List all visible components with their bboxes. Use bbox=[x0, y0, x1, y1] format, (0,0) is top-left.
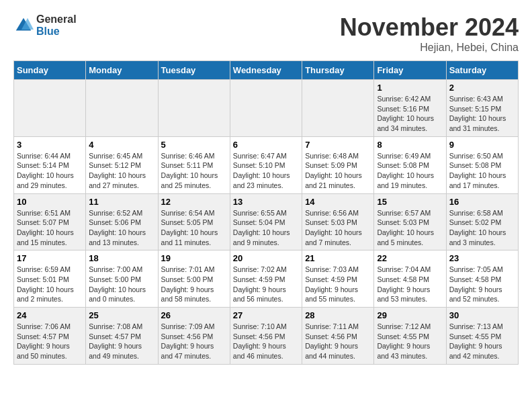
day-number: 27 bbox=[233, 310, 299, 320]
day-number: 10 bbox=[17, 197, 83, 207]
day-number: 4 bbox=[89, 140, 154, 150]
header-saturday: Saturday bbox=[446, 61, 518, 80]
day-info: Sunrise: 6:47 AMSunset: 5:10 PMDaylight:… bbox=[233, 151, 299, 191]
calendar-cell: 1Sunrise: 6:42 AMSunset: 5:16 PMDaylight… bbox=[374, 80, 446, 137]
calendar-cell: 19Sunrise: 7:01 AMSunset: 5:00 PMDayligh… bbox=[158, 250, 230, 308]
weekday-header-row: Sunday Monday Tuesday Wednesday Thursday… bbox=[14, 61, 519, 80]
logo-blue: Blue bbox=[36, 26, 77, 38]
calendar-cell: 14Sunrise: 6:56 AMSunset: 5:03 PMDayligh… bbox=[302, 193, 374, 250]
day-info: Sunrise: 7:06 AMSunset: 4:57 PMDaylight:… bbox=[17, 322, 83, 361]
calendar-week-row: 3Sunrise: 6:44 AMSunset: 5:14 PMDaylight… bbox=[14, 136, 519, 193]
day-number: 23 bbox=[449, 253, 515, 263]
calendar-cell: 9Sunrise: 6:50 AMSunset: 5:08 PMDaylight… bbox=[446, 136, 518, 193]
header-tuesday: Tuesday bbox=[158, 61, 230, 80]
day-info: Sunrise: 6:52 AMSunset: 5:06 PMDaylight:… bbox=[89, 208, 154, 248]
day-info: Sunrise: 7:04 AMSunset: 4:58 PMDaylight:… bbox=[377, 265, 443, 304]
calendar-cell: 12Sunrise: 6:54 AMSunset: 5:05 PMDayligh… bbox=[158, 193, 230, 250]
day-info: Sunrise: 6:51 AMSunset: 5:07 PMDaylight:… bbox=[17, 208, 83, 248]
day-info: Sunrise: 7:01 AMSunset: 5:00 PMDaylight:… bbox=[161, 265, 227, 304]
calendar-week-row: 10Sunrise: 6:51 AMSunset: 5:07 PMDayligh… bbox=[14, 193, 519, 250]
day-number: 2 bbox=[449, 83, 515, 93]
day-info: Sunrise: 7:09 AMSunset: 4:56 PMDaylight:… bbox=[161, 322, 227, 361]
calendar-cell: 17Sunrise: 6:59 AMSunset: 5:01 PMDayligh… bbox=[14, 250, 86, 308]
day-number: 26 bbox=[161, 310, 227, 320]
calendar-cell: 3Sunrise: 6:44 AMSunset: 5:14 PMDaylight… bbox=[14, 136, 86, 193]
month-title: November 2024 bbox=[340, 13, 519, 42]
day-number: 14 bbox=[305, 197, 371, 207]
header-wednesday: Wednesday bbox=[230, 61, 302, 80]
calendar-cell: 28Sunrise: 7:11 AMSunset: 4:56 PMDayligh… bbox=[302, 308, 374, 365]
day-number: 6 bbox=[233, 140, 299, 150]
day-number: 28 bbox=[305, 310, 371, 320]
day-number: 29 bbox=[377, 310, 443, 320]
day-number: 12 bbox=[161, 197, 227, 207]
day-info: Sunrise: 6:43 AMSunset: 5:15 PMDaylight:… bbox=[449, 94, 515, 134]
page-header: General Blue November 2024 Hejian, Hebei… bbox=[13, 13, 519, 54]
calendar-cell: 6Sunrise: 6:47 AMSunset: 5:10 PMDaylight… bbox=[230, 136, 302, 193]
day-info: Sunrise: 6:54 AMSunset: 5:05 PMDaylight:… bbox=[161, 208, 227, 248]
calendar-cell: 8Sunrise: 6:49 AMSunset: 5:08 PMDaylight… bbox=[374, 136, 446, 193]
calendar-cell: 20Sunrise: 7:02 AMSunset: 4:59 PMDayligh… bbox=[230, 250, 302, 308]
calendar-cell bbox=[158, 80, 230, 137]
day-number: 17 bbox=[17, 253, 83, 263]
calendar-cell: 13Sunrise: 6:55 AMSunset: 5:04 PMDayligh… bbox=[230, 193, 302, 250]
day-number: 21 bbox=[305, 253, 371, 263]
day-number: 20 bbox=[233, 253, 299, 263]
day-info: Sunrise: 6:59 AMSunset: 5:01 PMDaylight:… bbox=[17, 265, 83, 304]
calendar-cell: 24Sunrise: 7:06 AMSunset: 4:57 PMDayligh… bbox=[14, 308, 86, 365]
calendar-cell bbox=[14, 80, 86, 137]
day-number: 22 bbox=[377, 253, 443, 263]
day-info: Sunrise: 6:44 AMSunset: 5:14 PMDaylight:… bbox=[17, 151, 83, 191]
day-number: 8 bbox=[377, 140, 443, 150]
calendar-cell: 27Sunrise: 7:10 AMSunset: 4:56 PMDayligh… bbox=[230, 308, 302, 365]
calendar-cell: 26Sunrise: 7:09 AMSunset: 4:56 PMDayligh… bbox=[158, 308, 230, 365]
calendar-cell: 30Sunrise: 7:13 AMSunset: 4:55 PMDayligh… bbox=[446, 308, 518, 365]
day-info: Sunrise: 7:02 AMSunset: 4:59 PMDaylight:… bbox=[233, 265, 299, 304]
calendar-week-row: 1Sunrise: 6:42 AMSunset: 5:16 PMDaylight… bbox=[14, 80, 519, 137]
location-subtitle: Hejian, Hebei, China bbox=[340, 42, 519, 54]
calendar-cell: 15Sunrise: 6:57 AMSunset: 5:03 PMDayligh… bbox=[374, 193, 446, 250]
day-number: 25 bbox=[89, 310, 154, 320]
calendar-cell: 4Sunrise: 6:45 AMSunset: 5:12 PMDaylight… bbox=[86, 136, 158, 193]
header-sunday: Sunday bbox=[14, 61, 86, 80]
day-number: 11 bbox=[89, 197, 154, 207]
day-number: 9 bbox=[449, 140, 515, 150]
day-number: 30 bbox=[449, 310, 515, 320]
day-info: Sunrise: 7:00 AMSunset: 5:00 PMDaylight:… bbox=[89, 265, 154, 304]
calendar-cell: 16Sunrise: 6:58 AMSunset: 5:02 PMDayligh… bbox=[446, 193, 518, 250]
calendar-cell: 21Sunrise: 7:03 AMSunset: 4:59 PMDayligh… bbox=[302, 250, 374, 308]
day-info: Sunrise: 6:55 AMSunset: 5:04 PMDaylight:… bbox=[233, 208, 299, 248]
calendar-week-row: 17Sunrise: 6:59 AMSunset: 5:01 PMDayligh… bbox=[14, 250, 519, 308]
day-number: 19 bbox=[161, 253, 227, 263]
calendar-cell: 7Sunrise: 6:48 AMSunset: 5:09 PMDaylight… bbox=[302, 136, 374, 193]
day-info: Sunrise: 6:45 AMSunset: 5:12 PMDaylight:… bbox=[89, 151, 154, 191]
day-number: 16 bbox=[449, 197, 515, 207]
calendar-cell bbox=[302, 80, 374, 137]
calendar-cell: 10Sunrise: 6:51 AMSunset: 5:07 PMDayligh… bbox=[14, 193, 86, 250]
day-info: Sunrise: 6:58 AMSunset: 5:02 PMDaylight:… bbox=[449, 208, 515, 248]
day-info: Sunrise: 7:03 AMSunset: 4:59 PMDaylight:… bbox=[305, 265, 371, 304]
day-number: 15 bbox=[377, 197, 443, 207]
calendar-cell: 11Sunrise: 6:52 AMSunset: 5:06 PMDayligh… bbox=[86, 193, 158, 250]
day-info: Sunrise: 6:50 AMSunset: 5:08 PMDaylight:… bbox=[449, 151, 515, 191]
calendar-table: Sunday Monday Tuesday Wednesday Thursday… bbox=[13, 60, 519, 365]
day-number: 7 bbox=[305, 140, 371, 150]
day-info: Sunrise: 6:42 AMSunset: 5:16 PMDaylight:… bbox=[377, 94, 443, 134]
logo: General Blue bbox=[13, 13, 77, 37]
calendar-cell bbox=[230, 80, 302, 137]
day-info: Sunrise: 6:48 AMSunset: 5:09 PMDaylight:… bbox=[305, 151, 371, 191]
calendar-cell: 5Sunrise: 6:46 AMSunset: 5:11 PMDaylight… bbox=[158, 136, 230, 193]
logo-general: General bbox=[36, 13, 77, 26]
calendar-cell: 23Sunrise: 7:05 AMSunset: 4:58 PMDayligh… bbox=[446, 250, 518, 308]
title-area: November 2024 Hejian, Hebei, China bbox=[340, 13, 519, 54]
day-number: 18 bbox=[89, 253, 154, 263]
day-info: Sunrise: 7:12 AMSunset: 4:55 PMDaylight:… bbox=[377, 322, 443, 361]
calendar-cell: 18Sunrise: 7:00 AMSunset: 5:00 PMDayligh… bbox=[86, 250, 158, 308]
day-number: 5 bbox=[161, 140, 227, 150]
calendar-cell: 22Sunrise: 7:04 AMSunset: 4:58 PMDayligh… bbox=[374, 250, 446, 308]
day-info: Sunrise: 7:08 AMSunset: 4:57 PMDaylight:… bbox=[89, 322, 154, 361]
calendar-cell: 2Sunrise: 6:43 AMSunset: 5:15 PMDaylight… bbox=[446, 80, 518, 137]
day-info: Sunrise: 7:10 AMSunset: 4:56 PMDaylight:… bbox=[233, 322, 299, 361]
logo-icon bbox=[13, 15, 34, 36]
day-info: Sunrise: 6:57 AMSunset: 5:03 PMDaylight:… bbox=[377, 208, 443, 248]
